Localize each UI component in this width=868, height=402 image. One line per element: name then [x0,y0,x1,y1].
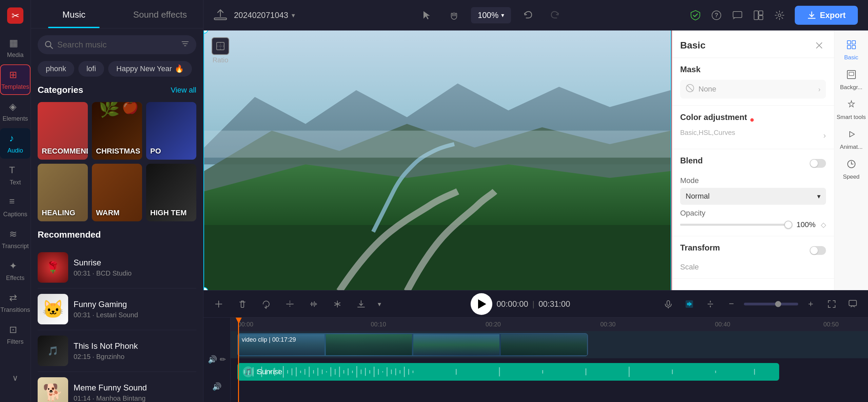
landscape-svg [204,31,671,290]
ratio-button[interactable]: Ratio [212,37,229,64]
video-track-clip[interactable]: video clip | 00:17:29 [237,333,588,356]
music-item-meme[interactable]: 🐕 Meme Funny Sound 01:14 · Manhoa Bintan… [38,372,196,402]
required-dot [750,118,754,122]
mic-icon[interactable] [660,296,677,313]
cursor-tool-button[interactable] [417,5,437,25]
audio-track-clip[interactable]: 🎵 Sunrise [237,363,779,381]
sidebar-item-transcript[interactable]: ≋ Transcript [0,224,31,254]
timeline-trim-icon[interactable] [210,296,227,313]
text-track-icon[interactable] [702,296,719,313]
hand-tool-button[interactable] [444,5,464,25]
timeline-zoom-slider[interactable] [744,303,798,305]
right-icon-basic[interactable]: Basic [837,36,866,64]
sidebar-item-transitions[interactable]: ⇄ Transitions [0,287,31,318]
blend-mode-select[interactable]: Normal ▾ [680,188,826,205]
sidebar-item-text[interactable]: T Text [0,160,31,190]
canvas-wrapper: ··· [203,31,671,290]
svg-rect-40 [852,41,855,44]
music-title: Sunrise [74,258,196,267]
video-volume-icon[interactable]: 🔊 [208,355,217,364]
fire-icon: 🔥 [175,64,184,73]
timeline-toolbar: ▾ 00:00:00 | 00:31:00 [203,290,868,318]
right-icon-animate[interactable]: Animat... [837,125,866,154]
svg-rect-15 [759,16,763,20]
shield-icon[interactable] [687,7,704,24]
music-item-sunrise[interactable]: 🌹 Sunrise 00:31 · BCD Studio [38,247,196,288]
blend-toggle[interactable] [810,159,826,168]
color-adj-arrow[interactable]: › [823,131,826,140]
layout-icon[interactable] [750,7,767,24]
speed-icon [846,159,856,172]
zoom-control[interactable]: 100% ▾ [471,7,511,23]
music-item-phonk[interactable]: 🎵 This Is Not Phonk 02:15 · Bgnzinho [38,330,196,372]
category-card-christmas[interactable]: 🌿 🍎 CHRISTMAS [92,102,142,160]
opacity-diamond-icon[interactable]: ◇ [821,221,826,229]
zoom-in-icon[interactable]: + [802,296,819,313]
zoom-slider-thumb[interactable] [775,301,781,307]
sidebar-item-filters[interactable]: ⊡ Filters [0,319,31,350]
category-card-high-tempo[interactable]: HIGH TEM [146,164,196,221]
right-icon-speed[interactable]: Speed [837,155,866,184]
transform-header: Transform [680,243,826,258]
color-adj-title: Color adjustment [680,113,747,122]
feedback-icon[interactable] [729,7,746,24]
help-icon[interactable]: ? [708,7,725,24]
timeline-loop-icon[interactable] [258,296,275,313]
music-info: Meme Funny Sound 01:14 · Manhoa Bintang [74,383,196,402]
sidebar-item-captions[interactable]: ≡ Captions [0,192,31,222]
play-button[interactable] [471,293,492,315]
close-panel-button[interactable] [812,39,826,52]
audio-volume-icon[interactable]: 🔊 [212,382,221,391]
expand-icon-bar[interactable]: ∨ [0,363,31,393]
search-icon [44,40,53,49]
timeline-delete-icon[interactable] [234,296,251,313]
upload-icon[interactable] [214,8,227,22]
view-all-button[interactable]: View all [171,86,196,95]
timeline-split-icon[interactable] [281,296,298,313]
music-item-funny-gaming[interactable]: 🐱 Funny Gaming 00:31 · Lestari Sound [38,288,196,330]
svg-rect-32 [204,225,671,290]
redo-button[interactable] [545,5,565,25]
arrow-icon: › [818,85,821,93]
tab-music[interactable]: Music [31,0,117,28]
video-edit-icon[interactable]: ✏ [220,355,226,364]
sidebar-item-effects[interactable]: ✦ Effects [0,256,31,286]
tag-lofi[interactable]: lofi [78,61,104,77]
fit-timeline-icon[interactable] [823,296,840,313]
right-icon-label: Smart tools [837,114,866,121]
settings-icon[interactable] [771,7,788,24]
sidebar-item-elements[interactable]: ◈ Elements [0,96,31,127]
undo-button[interactable] [518,5,538,25]
canvas-area: Ratio [203,31,671,290]
sidebar-item-audio[interactable]: ♪ Audio [0,128,31,159]
category-card-healing[interactable]: HEALING [38,164,88,221]
sidebar-panel: Music Sound effects [31,0,203,402]
tab-sound-effects[interactable]: Sound effects [117,0,203,28]
sidebar-item-templates[interactable]: ⊞ Templates [0,64,31,95]
audio-track-icon[interactable] [681,296,698,313]
text-icon: T [9,165,21,177]
tag-phonk[interactable]: phonk [38,61,74,77]
timeline-audio-icon[interactable] [305,296,322,313]
mask-selector[interactable]: None › [680,80,826,99]
project-name[interactable]: 202402071043 ▾ [234,11,295,20]
transform-toggle[interactable] [810,246,826,255]
search-input[interactable] [57,40,177,49]
sidebar-item-label: Elements [2,115,28,122]
category-card-warm[interactable]: WARM [92,164,142,221]
category-card-recommend[interactable]: RECOMMEND [38,102,88,160]
ruler-mark-1: 00:10 [371,321,386,328]
filter-icon[interactable] [181,39,190,50]
opacity-slider[interactable] [680,224,792,226]
chat-icon[interactable] [844,296,861,313]
category-card-po[interactable]: PO [146,102,196,160]
audio-sunrise-icon: 🎵 [243,366,254,377]
right-icon-background[interactable]: Backgr... [837,66,866,94]
sidebar-item-media[interactable]: ▦ Media [0,33,31,63]
timeline-transition-icon[interactable] [329,296,346,313]
zoom-out-icon[interactable]: − [723,296,740,313]
right-icon-smart-tools[interactable]: Smart tools [837,96,866,124]
export-button[interactable]: Export [795,6,858,25]
tag-happy-new-year[interactable]: Happy New Year 🔥 [108,61,192,77]
timeline-download-icon[interactable] [353,296,370,313]
